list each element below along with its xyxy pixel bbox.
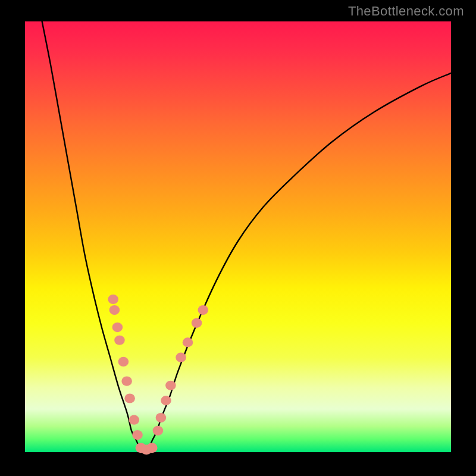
bead-right-7 bbox=[198, 305, 208, 315]
bead-left-2 bbox=[112, 322, 123, 332]
bead-right-6 bbox=[192, 318, 202, 328]
right-branch-curve bbox=[144, 73, 451, 452]
bead-right-3 bbox=[165, 381, 176, 390]
bead-left-0 bbox=[108, 295, 118, 304]
bead-left-5 bbox=[121, 376, 132, 386]
bead-left-1 bbox=[109, 305, 120, 315]
curve-layer bbox=[25, 21, 451, 452]
bead-right-0 bbox=[153, 426, 164, 436]
bead-left-7 bbox=[129, 415, 139, 425]
plot-area bbox=[25, 21, 451, 452]
bead-bottom-2 bbox=[146, 443, 157, 453]
bead-right-4 bbox=[176, 353, 186, 362]
watermark-text: TheBottleneck.com bbox=[348, 4, 464, 19]
beads-group bbox=[108, 295, 208, 455]
bead-left-8 bbox=[132, 430, 143, 440]
bead-left-4 bbox=[118, 357, 129, 367]
bead-right-5 bbox=[183, 337, 193, 347]
left-branch-curve bbox=[42, 21, 145, 452]
bead-left-6 bbox=[124, 393, 135, 403]
bead-right-2 bbox=[161, 396, 171, 405]
chart-frame: TheBottleneck.com bbox=[0, 0, 476, 476]
bead-right-1 bbox=[156, 413, 167, 422]
bead-left-3 bbox=[114, 336, 125, 345]
